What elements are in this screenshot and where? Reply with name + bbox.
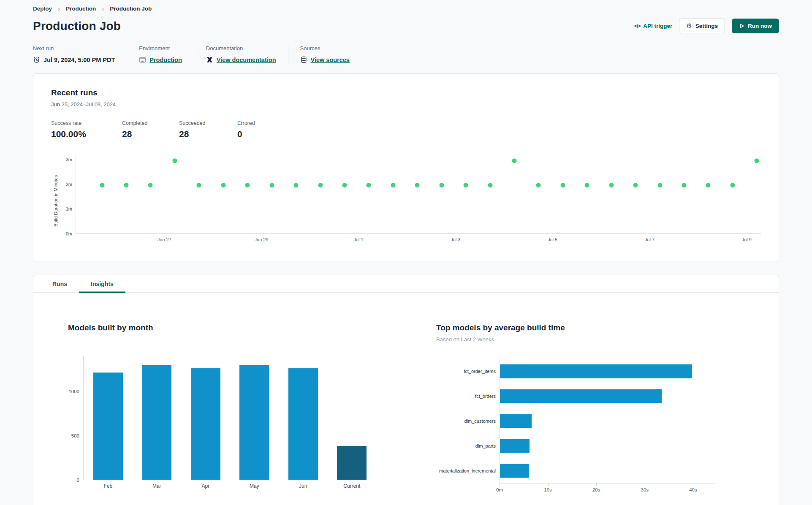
breadcrumb: Deploy › Production › Production Job bbox=[33, 0, 779, 12]
run-dot[interactable] bbox=[342, 183, 347, 188]
bar-mar[interactable] bbox=[142, 365, 171, 480]
chart-subtitle: Based on Last 2 Weeks bbox=[436, 336, 715, 343]
bar-jun[interactable] bbox=[288, 368, 318, 480]
x-tick-label: Jul 5 bbox=[548, 237, 557, 242]
run-dot[interactable] bbox=[245, 183, 250, 188]
run-now-button[interactable]: Run now bbox=[732, 19, 779, 33]
y-tick-label: 1m bbox=[66, 206, 72, 211]
x-tick-label: Jun 27 bbox=[158, 237, 171, 242]
job-detail-card: Runs Insights Models built by month 0500… bbox=[33, 275, 779, 505]
run-dot[interactable] bbox=[657, 183, 662, 188]
documentation-group: Documentation View documentation bbox=[194, 45, 288, 63]
y-axis-ticks: 0m1m2m3m bbox=[60, 154, 76, 234]
run-dot[interactable] bbox=[730, 183, 735, 188]
run-dot[interactable] bbox=[172, 158, 177, 163]
view-sources-link[interactable]: View sources bbox=[311, 57, 350, 63]
run-dot[interactable] bbox=[512, 158, 516, 163]
models-built-chart: Models built by month 05001000 FebMarApr… bbox=[68, 323, 376, 494]
settings-label: Settings bbox=[695, 23, 718, 29]
breadcrumb-deploy[interactable]: Deploy bbox=[33, 5, 52, 12]
alarm-clock-icon bbox=[33, 56, 40, 63]
stat-success-rate: Success rate 100.00% bbox=[51, 120, 101, 139]
build-time-bar[interactable] bbox=[500, 389, 662, 403]
bar-apr[interactable] bbox=[191, 368, 220, 480]
environment-link[interactable]: Production bbox=[149, 57, 182, 63]
stat-label: Completed bbox=[122, 120, 158, 126]
run-dot[interactable] bbox=[706, 183, 711, 188]
stat-value: 28 bbox=[122, 129, 158, 139]
title-row: Production Job </> API trigger ⚙ Setting… bbox=[33, 19, 779, 33]
api-trigger-link[interactable]: </> API trigger bbox=[634, 23, 672, 29]
tab-runs[interactable]: Runs bbox=[41, 275, 79, 293]
x-tick-label: 30s bbox=[641, 487, 649, 492]
run-dot[interactable] bbox=[318, 183, 323, 188]
run-dot[interactable] bbox=[415, 183, 420, 188]
bar-feb[interactable] bbox=[93, 373, 123, 480]
run-dot[interactable] bbox=[464, 183, 468, 188]
sources-label: Sources bbox=[300, 45, 350, 51]
run-dot[interactable] bbox=[488, 183, 492, 188]
run-dot[interactable] bbox=[391, 183, 395, 188]
run-dot[interactable] bbox=[585, 183, 589, 188]
build-time-bar[interactable] bbox=[500, 464, 529, 478]
build-time-bar[interactable] bbox=[500, 414, 532, 428]
x-tick-label: 10s bbox=[544, 487, 552, 492]
run-dot[interactable] bbox=[221, 183, 225, 188]
y-tick-label: 2m bbox=[66, 182, 72, 187]
recent-runs-date-range: Jun 25, 2024–Jul 09, 2024 bbox=[51, 101, 761, 108]
run-dot[interactable] bbox=[560, 183, 565, 188]
code-icon: </> bbox=[634, 23, 640, 29]
bar-plot-area: FebMarAprMayJunCurrent bbox=[83, 356, 376, 480]
dbt-docs-icon bbox=[206, 56, 213, 63]
chevron-right-icon: › bbox=[58, 5, 60, 12]
run-dot[interactable] bbox=[269, 183, 274, 188]
build-duration-chart: Build Duration in Minutes 0m1m2m3m Jun 2… bbox=[51, 152, 761, 250]
bar-current[interactable] bbox=[337, 446, 367, 480]
view-documentation-link[interactable]: View documentation bbox=[217, 57, 276, 63]
x-tick-label: 40s bbox=[689, 487, 697, 492]
run-dot[interactable] bbox=[124, 183, 129, 188]
stat-errored: Errored 0 bbox=[237, 120, 267, 139]
play-icon bbox=[739, 23, 744, 29]
run-dot[interactable] bbox=[609, 183, 614, 188]
y-tick-label: 0m bbox=[66, 231, 72, 236]
run-dot[interactable] bbox=[100, 183, 104, 188]
run-dot[interactable] bbox=[536, 183, 541, 188]
page-title: Production Job bbox=[33, 19, 121, 33]
run-dot[interactable] bbox=[197, 183, 201, 188]
run-dot[interactable] bbox=[755, 158, 759, 163]
x-tick-mark bbox=[548, 483, 549, 486]
settings-button[interactable]: ⚙ Settings bbox=[679, 19, 725, 33]
next-run-value: Jul 9, 2024, 5:00 PM PDT bbox=[43, 57, 115, 63]
run-dot[interactable] bbox=[682, 183, 686, 188]
run-dot[interactable] bbox=[367, 183, 371, 188]
y-axis-title: Build Duration in Minutes bbox=[51, 152, 60, 250]
model-row-fct_orders: fct_orders bbox=[436, 383, 715, 408]
run-now-label: Run now bbox=[748, 23, 772, 29]
x-tick-mark bbox=[645, 483, 645, 486]
hbar-rows: fct_order_itemsfct_ordersdim_customersdi… bbox=[436, 359, 715, 483]
y-tick-label: 3m bbox=[66, 157, 72, 162]
y-tick-label: 1000 bbox=[68, 389, 79, 394]
chevron-right-icon: › bbox=[102, 5, 104, 12]
api-trigger-label: API trigger bbox=[643, 23, 672, 29]
x-axis: 0m10s20s30s40s bbox=[500, 483, 715, 494]
tab-insights[interactable]: Insights bbox=[79, 275, 125, 293]
production-job-page: Deploy › Production › Production Job Pro… bbox=[0, 0, 812, 505]
bar-may[interactable] bbox=[239, 365, 269, 480]
run-dot[interactable] bbox=[148, 183, 153, 188]
model-label: dim_customers bbox=[436, 419, 500, 424]
build-time-bar[interactable] bbox=[500, 439, 530, 453]
stat-value: 100.00% bbox=[51, 129, 101, 139]
chart-title: Top models by average build time bbox=[436, 323, 715, 332]
breadcrumb-production-job: Production Job bbox=[110, 5, 152, 12]
run-dot[interactable] bbox=[294, 183, 299, 188]
recent-runs-title: Recent runs bbox=[51, 88, 761, 97]
breadcrumb-production[interactable]: Production bbox=[66, 5, 96, 12]
job-info-row: Next run Jul 9, 2024, 5:00 PM PDT Enviro… bbox=[33, 45, 779, 63]
run-dot[interactable] bbox=[633, 183, 638, 188]
stat-value: 28 bbox=[179, 129, 216, 139]
build-time-bar[interactable] bbox=[500, 364, 692, 378]
chart-title: Models built by month bbox=[68, 323, 376, 332]
run-dot[interactable] bbox=[439, 183, 444, 188]
